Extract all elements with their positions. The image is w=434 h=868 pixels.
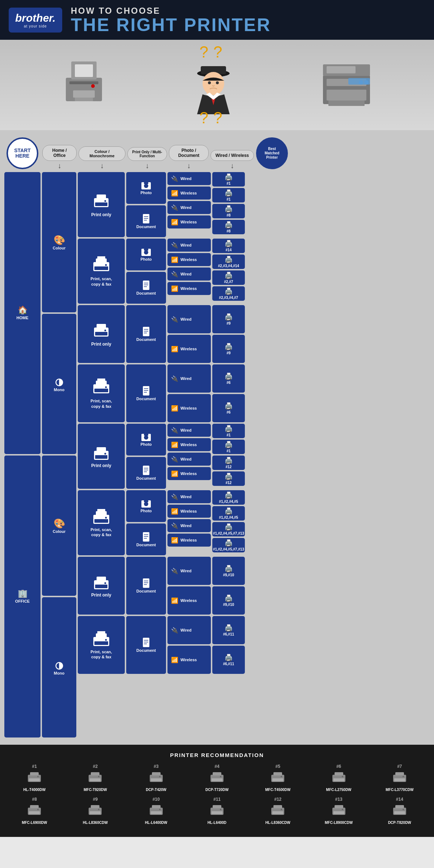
mono-icon-office: ◑ <box>55 660 63 671</box>
rec-printer: #7 MFC-L3770CDW <box>371 764 428 792</box>
svg-point-27 <box>144 184 148 188</box>
wired-icon-2: 🔌 <box>171 204 178 211</box>
bm-ocpscf-w-doc: 🖨️#1,#2,#4,#5,#7,#13 <box>212 522 245 536</box>
svg-point-105 <box>37 776 39 777</box>
doc-ocpscf: Document <box>126 523 166 555</box>
rec-number: #9 <box>93 797 98 802</box>
wireless-hmp: 📶Wireless <box>167 335 211 363</box>
rec-printer: #4 DCP-T720DW <box>188 764 246 792</box>
home-mono-block: ◑ Mono <box>42 314 76 454</box>
svg-rect-80 <box>144 500 148 502</box>
svg-point-133 <box>37 809 39 810</box>
document-hcp: Document <box>126 205 166 237</box>
brand-sub: at your side <box>15 24 56 28</box>
printer-icon-rec <box>27 803 42 819</box>
bm-hmp-w: 🖨️ #9 <box>212 305 245 333</box>
bm-hcpscf-wl-ph: 🖨️ #2,#3,#4,#14 <box>212 255 245 269</box>
svg-rect-63 <box>97 447 106 452</box>
svg-point-10 <box>208 81 211 84</box>
svg-rect-97 <box>97 631 105 634</box>
bm-omp-wl: 🖨️#9,#10 <box>212 586 245 615</box>
svg-point-145 <box>220 809 221 810</box>
print-func-pill: Print Only / Multi-Function <box>127 147 167 161</box>
bm-hcp: 🖨️ #1 🖨️ #1 🖨️ #8 🖨️ <box>212 172 245 237</box>
rec-number: #10 <box>153 797 160 802</box>
start-here-header: START HERE <box>4 137 41 169</box>
svg-rect-64 <box>95 455 107 459</box>
rec-printer-name: MFC-L3770CDW <box>386 788 413 792</box>
rec-number: #14 <box>396 797 403 802</box>
home-block: 🏠 HOME <box>4 172 41 454</box>
svg-point-39 <box>144 250 148 255</box>
recommendation-row1: #1 HL-T4000DW #2 MFC-T920DW #3 <box>6 764 428 792</box>
title-line1: HOW TO CHOOSE <box>71 6 271 16</box>
svg-point-11 <box>216 81 219 84</box>
home-office-pill: Home / Office <box>42 145 77 161</box>
svg-rect-69 <box>143 466 149 475</box>
colour-mono-pill: Colour / Monochrome <box>78 146 125 161</box>
colour-label-home: Colour <box>53 246 65 250</box>
wired-label-hcp-photo: Wired <box>180 176 191 181</box>
wired-ocpscf-doc: 🔌Wired <box>167 519 211 532</box>
rec-number: #11 <box>213 797 221 802</box>
arrow-down-2: ↓ <box>100 162 104 169</box>
start-here-circle: START HERE <box>7 137 38 169</box>
bm-hcpscf: 🖨️ #14 🖨️ #2,#3,#4,#14 🖨️ #2,#7 🖨️ <box>212 239 245 304</box>
home-colour-block: 🎨 Colour <box>42 172 76 312</box>
wireless-hcp-doc: 📶 Wireless <box>167 215 211 228</box>
svg-rect-143 <box>213 805 221 808</box>
person-illustration: ?? <box>186 43 241 127</box>
photo-ocpscf: Photo <box>126 490 166 522</box>
pscf-home-mono: Print, scan,copy & fax <box>78 364 125 422</box>
colour-icon-home: 🎨 <box>54 235 65 246</box>
svg-rect-89 <box>143 578 149 588</box>
page: brother. at your side HOW TO CHOOSE THE … <box>0 0 434 837</box>
row-hmp: Print only Document 🔌Wired 📶Wire <box>78 305 430 363</box>
photo-ocp: Photo <box>126 424 166 456</box>
print-only-office-mono: Print only <box>78 557 125 615</box>
printer-icon-hcpscf <box>92 256 110 276</box>
rec-printer-name: MFC-T4500DW <box>265 788 290 792</box>
data-grid: 🏠 HOME 🏢 OFFICE 🎨 Colour ◑ <box>4 172 430 737</box>
svg-rect-112 <box>151 778 162 781</box>
wired-ocp-ph: 🔌Wired <box>167 424 211 437</box>
bm-ompscf-w: 🖨️#6,#11 <box>212 616 245 644</box>
photodoc-hcpscf: Photo Document <box>126 239 166 304</box>
svg-point-129 <box>403 776 404 777</box>
svg-rect-58 <box>143 386 149 395</box>
svg-point-149 <box>281 809 282 810</box>
printer-icon-rec <box>271 770 285 786</box>
bm-hmpscf-wl: 🖨️ #6 <box>212 394 245 422</box>
printer-icon-rec <box>332 770 346 786</box>
document-hcpscf: Document <box>126 272 166 304</box>
wired-hcp-doc: 🔌 Wired <box>167 201 211 214</box>
svg-point-125 <box>342 776 343 777</box>
rec-printer: #12 HL-L8360CDW <box>249 797 306 825</box>
printer-bm-4: 🖨️ <box>225 221 233 229</box>
recommendation-title: PRINTER RECOMMENDATION <box>6 752 428 758</box>
svg-rect-37 <box>97 256 105 259</box>
rec-printer: #9 HL-L8360CDW <box>67 797 124 825</box>
column-headers-row: START HERE Home / Office ↓ Colour / Mono… <box>4 137 430 169</box>
svg-rect-46 <box>97 324 106 328</box>
arrow-down-3: ↓ <box>145 162 149 169</box>
pscf-home-colour: Print, scan,copy & fax <box>78 239 125 304</box>
svg-rect-35 <box>94 266 108 270</box>
home-icon: 🏠 <box>18 305 27 315</box>
rec-number: #13 <box>335 797 342 802</box>
svg-rect-23 <box>97 194 106 199</box>
svg-rect-104 <box>29 778 40 781</box>
wireless-hcpscf-doc: 📶Wireless <box>167 282 211 295</box>
svg-rect-77 <box>97 509 105 512</box>
bm-hcp-wl-doc: 🖨️ #8 <box>212 220 245 234</box>
svg-rect-124 <box>333 778 344 781</box>
brand-name: brother. <box>15 12 56 24</box>
col-header-colour: Colour / Monochrome ↓ <box>78 146 125 169</box>
wired-hcpscf-doc: 🔌Wired <box>167 268 211 281</box>
printer-icon-hcp <box>92 192 110 212</box>
svg-rect-140 <box>151 811 162 814</box>
bm-hcp-w-ph: 🖨️ #1 <box>212 172 245 187</box>
printer-icon-rec <box>149 770 163 786</box>
arrow-down-1: ↓ <box>58 162 61 169</box>
logo-box: brother. at your side <box>9 8 62 33</box>
